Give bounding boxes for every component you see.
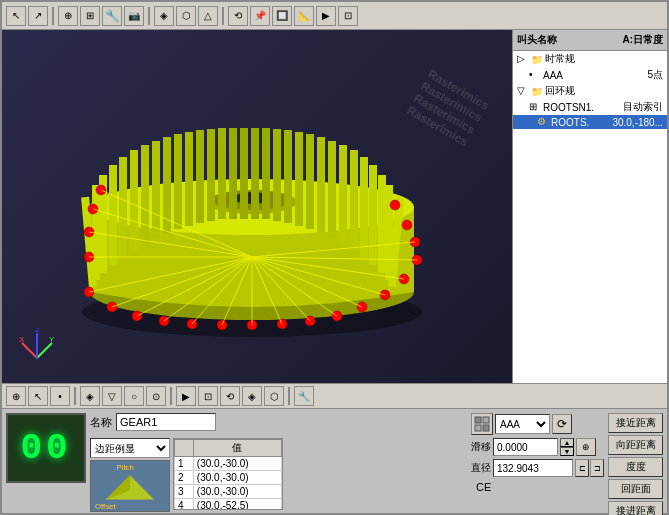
approach-dist-btn[interactable]: 接近距离 [608,413,663,433]
tree-label-1: 时常规 [545,52,663,66]
toolbar-camera-btn[interactable]: 📷 [124,6,144,26]
approach-dist2-btn[interactable]: 接进距离 [608,501,663,515]
mode-dropdown[interactable]: 边距例显 [90,438,170,458]
svg-rect-10 [119,157,127,257]
right-side-buttons: 接近距离 向距距离 度度 回距面 接进距离 [608,413,663,515]
table-row[interactable]: 3 (30.0,-30.0) [175,485,282,499]
toolbar-grid-btn[interactable]: ⊞ [80,6,100,26]
tree-value-5: 30.0,-180... [612,117,663,128]
bt-btn10[interactable]: ⟲ [220,386,240,406]
view-btn[interactable]: 度度 [608,457,663,477]
bt-btn9[interactable]: ⊡ [198,386,218,406]
svg-rect-28 [317,137,325,233]
col-val-header: 值 [193,440,281,457]
svg-text:Z: Z [35,328,40,334]
row2-num: 2 [175,471,194,485]
toolbar-arrow-btn[interactable]: ↖ [6,6,26,26]
bt-sep3 [288,387,290,405]
bt-btn8[interactable]: ▶ [176,386,196,406]
viewport-canvas: X Y Z RasterimicsRasterimicsRasterimicsR… [2,30,512,383]
bt-btn13[interactable]: 🔧 [294,386,314,406]
tree-panel-header: 叫头名称 A:日常度 [513,30,667,51]
col-num-header [175,440,194,457]
toolbar-select-btn[interactable]: ↗ [28,6,48,26]
svg-rect-14 [163,137,171,233]
diameter-controls: ⊏ ⊐ [575,459,604,477]
speed-spinner: ▲ ▼ [560,438,574,456]
name-row: 名称 [90,413,283,431]
toolbar-measure-btn[interactable]: 📐 [294,6,314,26]
aaa-dropdown[interactable]: AAA [495,414,550,434]
speed-input[interactable] [493,438,558,456]
diameter-input[interactable] [493,459,573,477]
diameter-btn1[interactable]: ⊏ [575,459,589,477]
speed-row: 滑移 ▲ ▼ ⊕ [471,438,604,456]
app-container: ↖ ↗ ⊕ ⊞ 🔧 📷 ◈ ⬡ △ ⟲ 📌 🔲 📐 ▶ ⊡ [0,0,669,515]
svg-rect-88 [475,417,481,423]
back-dist-btn[interactable]: 向距距离 [608,435,663,455]
middle-controls: 名称 边距例显 [90,413,283,515]
view-icon-1[interactable] [471,413,493,435]
speed-extra-btn[interactable]: ⊕ [576,438,596,456]
bt-btn4[interactable]: ◈ [80,386,100,406]
ce-area: CE [471,480,604,494]
tree-label-2: AAA [543,70,645,81]
svg-line-78 [37,343,52,358]
svg-point-56 [402,220,412,230]
tree-label-4: ROOTSN1. [543,102,621,113]
bt-btn1[interactable]: ⊕ [6,386,26,406]
bt-btn11[interactable]: ◈ [242,386,262,406]
digital-value: 00 [20,428,71,469]
speed-up-btn[interactable]: ▲ [560,438,574,447]
svg-rect-13 [152,141,160,239]
right-controls-group: AAA ⟳ 滑移 ▲ ▼ ⊕ [471,413,604,515]
svg-rect-22 [251,128,259,219]
toolbar-frame-btn[interactable]: 🔲 [272,6,292,26]
svg-rect-24 [273,129,281,221]
main-toolbar: ↖ ↗ ⊕ ⊞ 🔧 📷 ◈ ⬡ △ ⟲ 📌 🔲 📐 ▶ ⊡ [2,2,667,30]
tree-item-4[interactable]: ⊞ ROOTSN1. 目动索引 [513,99,667,115]
table-row[interactable]: 2 (30.0,-30.0) [175,471,282,485]
svg-rect-20 [229,128,237,219]
toolbar-rotate-btn[interactable]: ⟲ [228,6,248,26]
toolbar-zoom-btn[interactable]: ⊕ [58,6,78,26]
diameter-btn2[interactable]: ⊐ [590,459,604,477]
table-row[interactable]: 4 (30.0,-52.5) [175,499,282,511]
axis-indicator: X Y Z [17,328,57,368]
bt-btn12[interactable]: ⬡ [264,386,284,406]
bt-btn3[interactable]: • [50,386,70,406]
row3-num: 3 [175,485,194,499]
name-input[interactable] [116,413,216,431]
bt-btn2[interactable]: ↖ [28,386,48,406]
bt-btn5[interactable]: ▽ [102,386,122,406]
data-table-container: 值 1 (30.0,-30.0) 2 (30.0,-30.0 [173,438,283,510]
speed-down-btn[interactable]: ▼ [560,447,574,456]
tree-folder-icon-1: 📁 [531,54,543,65]
toolbar-grid2-btn[interactable]: ⊡ [338,6,358,26]
3d-viewport[interactable]: X Y Z RasterimicsRasterimicsRasterimicsR… [2,30,512,383]
toolbar-hex-btn[interactable]: ⬡ [176,6,196,26]
svg-text:Pitch: Pitch [116,463,133,472]
toolbar-diamond-btn[interactable]: ◈ [154,6,174,26]
tree-item-2[interactable]: • AAA 5点 [513,67,667,83]
tree-item-1[interactable]: ▷ 📁 时常规 [513,51,667,67]
bt-btn7[interactable]: ⊙ [146,386,166,406]
tree-item-3[interactable]: ▽ 📁 回环规 [513,83,667,99]
tree-item-5[interactable]: ⚙ ROOTS. 30.0,-180... [513,115,667,129]
svg-rect-32 [360,157,368,257]
toolbar-pin-btn[interactable]: 📌 [250,6,270,26]
table-row[interactable]: 1 (30.0,-30.0) [175,457,282,471]
tree-folder-icon-3: 📁 [531,86,543,97]
tree-icon-4: ⊞ [529,101,541,113]
svg-rect-15 [174,134,182,229]
toolbar-tri-btn[interactable]: △ [198,6,218,26]
tree-expand-icon-3: ▽ [517,85,529,97]
back-face-btn[interactable]: 回距面 [608,479,663,499]
tree-col1-header: 叫头名称 [515,32,590,48]
toolbar-settings-btn[interactable]: 🔧 [102,6,122,26]
bt-btn6[interactable]: ○ [124,386,144,406]
refresh-btn[interactable]: ⟳ [552,414,572,434]
toolbar-play-btn[interactable]: ▶ [316,6,336,26]
name-label: 名称 [90,415,112,430]
row4-num: 4 [175,499,194,511]
